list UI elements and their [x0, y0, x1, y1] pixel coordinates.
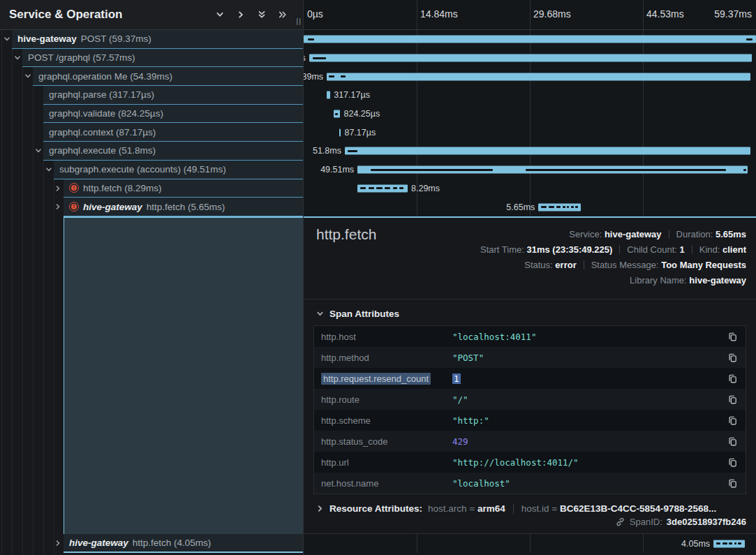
- attribute-row[interactable]: net.host.name "localhost": [314, 473, 746, 494]
- copy-icon[interactable]: [727, 394, 739, 405]
- tree-row[interactable]: subgraph.execute (accounts) (49.51ms): [0, 161, 303, 179]
- duration-label: 49.51ms: [317, 165, 357, 175]
- status-label: Status:: [524, 260, 552, 270]
- axis-tick: 29.68ms: [533, 8, 571, 20]
- service-name: hive-gateway: [83, 202, 142, 212]
- attribute-key: http.scheme: [321, 415, 452, 426]
- attribute-key: net.host.name: [321, 478, 452, 489]
- timeline-row[interactable]: 4.05ms: [304, 534, 756, 553]
- timeline-row[interactable]: 59.37ms: [304, 30, 756, 49]
- timeline-panel: 0µs 14.84ms 29.68ms 44.53ms 59.37ms 59.3…: [303, 0, 756, 555]
- span-bar[interactable]: [304, 36, 756, 43]
- copy-icon[interactable]: [727, 478, 739, 489]
- attribute-value: "localhost": [452, 478, 727, 489]
- attribute-row[interactable]: http.route "/": [314, 389, 746, 410]
- chevron-right-icon[interactable]: [316, 505, 324, 512]
- duration-label: 4.05ms: [678, 539, 713, 549]
- span-attributes-toggle[interactable]: Span Attributes: [304, 299, 756, 325]
- timeline-row[interactable]: 49.51ms: [304, 161, 756, 179]
- timeline-row[interactable]: 87.17µs: [304, 123, 756, 142]
- duration-label: 8.29ms: [408, 184, 443, 193]
- tree-row[interactable]: graphql.context (87.17µs): [0, 123, 303, 142]
- chevron-down-icon[interactable]: [24, 72, 32, 80]
- chevron-right-icon[interactable]: [54, 184, 62, 193]
- tree-row[interactable]: graphql.parse (317.17µs): [0, 86, 303, 105]
- timeline-row[interactable]: 51.8ms: [304, 142, 756, 161]
- timeline-row[interactable]: 317.17µs: [304, 86, 756, 105]
- attribute-value: "/": [452, 394, 727, 405]
- attribute-value: 1: [452, 373, 727, 384]
- chevron-right-icon[interactable]: [54, 202, 62, 211]
- span-tree-panel: Service & Operation || hive-gatewayPOST …: [0, 0, 303, 555]
- span-id-row: SpanID: 3de02518937fb246: [615, 517, 746, 527]
- link-icon[interactable]: [615, 517, 625, 527]
- chevron-down-icon[interactable]: [3, 35, 11, 43]
- operation-label: subgraph.execute (accounts) (49.51ms): [59, 164, 226, 175]
- copy-icon[interactable]: [727, 415, 739, 426]
- collapse-one-chevron-down-icon[interactable]: [215, 10, 225, 20]
- copy-icon[interactable]: [727, 332, 739, 342]
- span-bar[interactable]: [309, 54, 752, 62]
- chevron-down-icon[interactable]: [34, 147, 43, 155]
- operation-label: POST (59.37ms): [81, 34, 151, 44]
- timeline-row[interactable]: 57.57ms: [304, 49, 756, 68]
- span-tree-footer: hive-gateway http.fetch (4.05ms): [0, 534, 303, 553]
- attribute-row[interactable]: http.url "http://localhost:4011/": [314, 452, 746, 473]
- span-attributes-title: Span Attributes: [329, 309, 399, 319]
- timeline-row[interactable]: 824.25µs: [304, 105, 756, 124]
- span-attributes-table: http.host "localhost:4011" http.method "…: [313, 325, 746, 494]
- collapse-all-double-chevron-down-icon[interactable]: [257, 10, 267, 20]
- operation-label: graphql.context (87.17µs): [49, 127, 156, 138]
- expand-one-chevron-right-icon[interactable]: [236, 10, 246, 20]
- tree-row[interactable]: hive-gateway http.fetch (4.05ms): [0, 534, 303, 553]
- tree-row[interactable]: graphql.validate (824.25µs): [0, 105, 303, 124]
- timeline-row[interactable]: 8.29ms: [304, 179, 756, 198]
- expand-all-double-chevron-right-icon[interactable]: [278, 10, 288, 20]
- chevron-down-icon: [316, 310, 324, 318]
- service-name: hive-gateway: [69, 538, 128, 548]
- tree-row[interactable]: hive-gatewayPOST (59.37ms): [0, 30, 303, 49]
- tree-row-selected[interactable]: ! hive-gateway http.fetch (5.65ms): [0, 198, 303, 216]
- span-bar[interactable]: [327, 73, 750, 80]
- attribute-row[interactable]: http.method "POST": [314, 347, 746, 368]
- kind-value: client: [722, 244, 746, 255]
- attribute-value: "localhost:4011": [452, 332, 727, 342]
- tree-row[interactable]: POST /graphql (57.57ms): [0, 49, 303, 68]
- duration-label: 824.25µs: [340, 109, 383, 119]
- resource-attributes-title[interactable]: Resource Attributes:: [329, 503, 422, 514]
- timeline-row[interactable]: 54.39ms: [304, 67, 756, 86]
- attribute-row-selected[interactable]: http.request.resend_count 1: [314, 368, 746, 389]
- copy-icon[interactable]: [727, 457, 739, 468]
- duration-label: 57.57ms: [304, 53, 309, 63]
- duration-value: 5.65ms: [716, 229, 746, 239]
- tree-row[interactable]: graphql.execute (51.8ms): [0, 142, 303, 161]
- tree-row[interactable]: ! http.fetch (8.29ms): [0, 179, 303, 198]
- operation-label: http.fetch (5.65ms): [147, 202, 225, 212]
- child-count-value: 1: [680, 244, 685, 255]
- operation-label: graphql.parse (317.17µs): [49, 89, 154, 100]
- chevron-down-icon[interactable]: [13, 54, 22, 62]
- operation-label: graphql.validate (824.25µs): [49, 108, 163, 119]
- span-id-label: SpanID:: [630, 517, 662, 527]
- attribute-row[interactable]: http.host "localhost:4011": [314, 326, 746, 347]
- timeline-row-selected[interactable]: 5.65ms: [304, 198, 756, 216]
- attribute-key: http.status_code: [321, 436, 452, 447]
- attribute-key: http.method: [321, 353, 452, 363]
- panel-resize-handle[interactable]: ||: [296, 17, 302, 25]
- span-tree: hive-gatewayPOST (59.37ms) POST /graphql…: [0, 30, 303, 216]
- copy-icon[interactable]: [727, 436, 739, 447]
- copy-icon[interactable]: [727, 373, 739, 384]
- attribute-key: http.request.resend_count: [321, 373, 452, 384]
- copy-icon[interactable]: [727, 353, 739, 363]
- duration-label: 5.65ms: [503, 202, 538, 212]
- chevron-right-icon[interactable]: [54, 539, 62, 547]
- trace-viewer: Service & Operation || hive-gatewayPOST …: [0, 0, 756, 555]
- tree-row[interactable]: graphql.operation Me (54.39ms): [0, 67, 303, 86]
- service-value: hive-gateway: [605, 229, 662, 239]
- duration-label: 54.39ms: [304, 72, 327, 82]
- span-bar[interactable]: [345, 147, 750, 155]
- chevron-down-icon[interactable]: [45, 165, 53, 174]
- span-detail-header: http.fetch Service: hive-gatewayDuration…: [304, 218, 756, 299]
- attribute-row[interactable]: http.scheme "http:": [314, 410, 746, 431]
- attribute-row[interactable]: http.status_code 429: [314, 431, 746, 452]
